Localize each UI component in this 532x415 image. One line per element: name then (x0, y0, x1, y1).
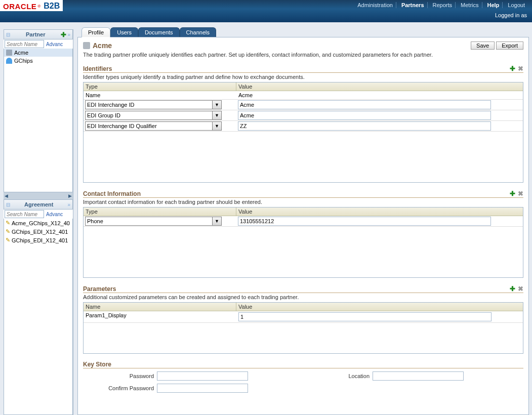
panel-more-icon[interactable]: » (67, 202, 70, 208)
agreement-item-label: GChips_EDI_X12_401 (12, 237, 68, 243)
brand-logo: ORACLE® B2B (0, 0, 63, 11)
save-button[interactable]: Save (471, 42, 495, 50)
identifier-value-input[interactable] (238, 100, 491, 109)
agreement-search-input[interactable] (5, 210, 44, 218)
tab-users[interactable]: Users (110, 27, 138, 37)
contact-value-input[interactable] (238, 217, 491, 226)
partner-advanced-link[interactable]: Advanc (46, 42, 63, 47)
contact-type-combo[interactable]: ▼ (85, 217, 222, 226)
keystore-title: Key Store (83, 361, 111, 368)
parameter-name: Param1_Display (84, 311, 236, 322)
identifier-value-input[interactable] (238, 121, 491, 131)
chevron-down-icon[interactable]: ▼ (212, 122, 221, 130)
nav-reports[interactable]: Reports (430, 2, 456, 8)
add-parameter-icon[interactable]: ✚ (510, 285, 515, 293)
logged-in-label: Logged in as (495, 12, 527, 18)
tab-profile[interactable]: Profile (81, 27, 110, 37)
agreement-item-label: GChips_EDI_X12_401 (12, 229, 68, 235)
person-icon (6, 58, 12, 64)
agreement-item-label: Acme_GChips_X12_40 (12, 220, 70, 226)
col-header-type: Type (84, 208, 236, 216)
col-header-value: Value (236, 208, 523, 216)
keystore-confirm-label: Confirm Password (83, 385, 154, 391)
panel-collapse-icon[interactable]: ⊟ (6, 202, 10, 208)
keystore-location-label: Location (339, 373, 370, 379)
nav-administration[interactable]: Administration (354, 2, 396, 8)
identifier-name-label: Name (84, 91, 236, 99)
partner-item-gchips[interactable]: GChips (4, 57, 72, 65)
chevron-down-icon[interactable]: ▼ (212, 101, 221, 109)
contact-desc: Important contact information for each t… (83, 199, 523, 205)
identifier-type-input[interactable] (86, 122, 212, 130)
add-identifier-icon[interactable]: ✚ (510, 65, 515, 72)
identifier-type-input[interactable] (86, 111, 212, 119)
pencil-icon: ✎ (6, 237, 10, 243)
pencil-icon: ✎ (6, 220, 10, 226)
partner-icon (83, 42, 90, 49)
col-header-value: Value (236, 82, 523, 91)
tab-channels[interactable]: Channels (180, 27, 216, 37)
partner-panel-title: Partner (26, 31, 46, 37)
identifiers-desc: Identifier types uniquely identify a tra… (83, 74, 523, 80)
export-button[interactable]: Export (496, 42, 523, 50)
col-header-value: Value (236, 303, 523, 311)
chevron-down-icon[interactable]: ▼ (212, 111, 221, 119)
nav-logout[interactable]: Logout (505, 2, 528, 8)
tab-documents[interactable]: Documents (138, 27, 180, 37)
add-contact-icon[interactable]: ✚ (510, 190, 515, 197)
page-title: Acme (93, 42, 112, 50)
partner-item-acme[interactable]: Acme (4, 49, 72, 57)
contact-type-input[interactable] (86, 217, 212, 225)
parameters-desc: Additional customized parameters can be … (83, 294, 523, 300)
partner-item-label: GChips (14, 58, 33, 64)
delete-identifier-icon[interactable]: ✖ (518, 65, 523, 72)
delete-contact-icon[interactable]: ✖ (518, 190, 523, 197)
col-header-type: Type (84, 82, 236, 91)
keystore-location-input[interactable] (373, 371, 464, 381)
parameter-value-input[interactable] (238, 312, 492, 321)
identifier-value-input[interactable] (238, 111, 491, 120)
agreement-panel-title: Agreement (24, 201, 53, 208)
keystore-password-input[interactable] (157, 371, 248, 381)
splitter-right-icon[interactable]: ▶ (68, 193, 72, 198)
splitter-left-icon[interactable]: ◀ (5, 193, 8, 198)
chevron-down-icon[interactable]: ▼ (212, 217, 221, 225)
add-partner-icon[interactable]: ✚ (61, 31, 66, 38)
nav-metrics[interactable]: Metrics (458, 2, 482, 8)
page-description: The trading partner profile uniquely ide… (83, 52, 523, 58)
partner-search-input[interactable] (5, 40, 44, 48)
panel-more-icon[interactable]: » (67, 32, 70, 37)
identifier-type-combo[interactable]: ▼ (85, 100, 222, 109)
agreement-item[interactable]: ✎ Acme_GChips_X12_40 (4, 219, 72, 227)
identifier-name-value: Acme (236, 91, 523, 99)
keystore-password-label: Password (83, 373, 154, 379)
pencil-icon: ✎ (6, 228, 10, 235)
partner-item-label: Acme (14, 50, 28, 56)
agreement-item[interactable]: ✎ GChips_EDI_X12_401 (4, 236, 72, 244)
brand-registered: ® (37, 4, 40, 9)
panel-collapse-icon[interactable]: ⊟ (6, 32, 10, 37)
identifier-type-input[interactable] (86, 101, 212, 109)
brand-oracle: ORACLE (3, 2, 36, 11)
building-icon (6, 50, 12, 56)
identifier-type-combo[interactable]: ▼ (85, 121, 222, 131)
parameters-title: Parameters (83, 285, 116, 293)
nav-partners[interactable]: Partners (398, 2, 428, 8)
contact-title: Contact Information (83, 190, 141, 197)
agreement-advanced-link[interactable]: Advanc (46, 212, 63, 217)
identifier-type-combo[interactable]: ▼ (85, 111, 222, 120)
delete-parameter-icon[interactable]: ✖ (518, 285, 523, 293)
agreement-item[interactable]: ✎ GChips_EDI_X12_401 (4, 227, 72, 236)
identifiers-title: Identifiers (83, 65, 112, 72)
keystore-confirm-input[interactable] (157, 384, 248, 393)
nav-help[interactable]: Help (484, 2, 503, 8)
brand-b2b: B2B (44, 2, 60, 11)
col-header-name: Name (84, 303, 236, 311)
